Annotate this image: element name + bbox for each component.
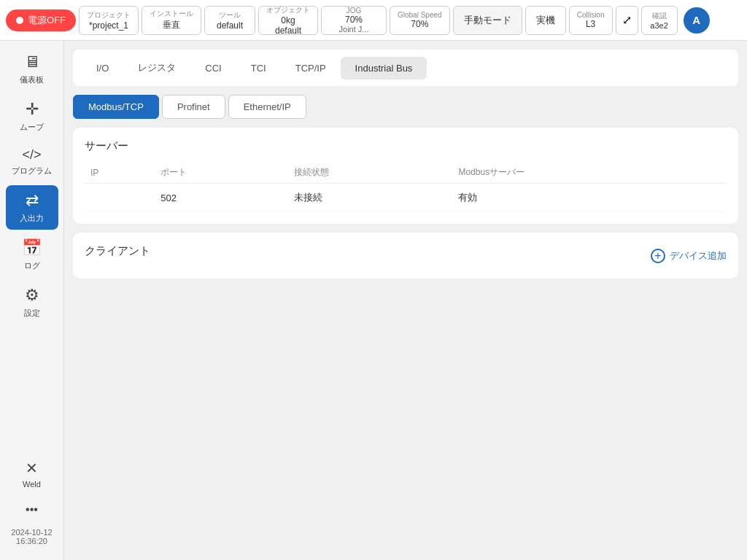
- power-button[interactable]: 電源OFF: [6, 9, 76, 31]
- sidebar-label-settings: 設定: [24, 308, 40, 319]
- project-item[interactable]: プロジェクト *project_1: [79, 6, 139, 35]
- project-label: プロジェクト: [87, 10, 131, 20]
- cell-ip: [85, 184, 155, 212]
- power-indicator: [16, 17, 23, 24]
- global-speed-label: Global Speed: [398, 11, 442, 19]
- tool-value: default: [217, 20, 243, 31]
- tab-io[interactable]: I/O: [82, 57, 123, 79]
- manual-mode-label: 手動モード: [464, 15, 511, 26]
- install-label: インストール: [150, 9, 193, 19]
- avatar-text: A: [692, 14, 700, 26]
- sidebar-label-dashboard: 儀表板: [20, 74, 44, 85]
- sidebar-label-io: 入出力: [20, 213, 44, 224]
- topbar: 電源OFF プロジェクト *project_1 インストール 垂直 ツール de…: [0, 0, 747, 41]
- sidebar-label-log: ログ: [24, 260, 40, 271]
- add-device-button[interactable]: + デバイス追加: [651, 249, 727, 263]
- io-icon: ⇄: [26, 191, 39, 210]
- sidebar-bottom: ✕ Weld ••• 2024-10-1216:36:20: [6, 454, 58, 554]
- sidebar-item-log[interactable]: 📅 ログ: [6, 233, 58, 277]
- plus-circle-icon: +: [651, 249, 665, 263]
- collision-item[interactable]: Collision L3: [569, 6, 613, 35]
- col-modbus-server: Modbusサーバー: [452, 162, 727, 184]
- tabs-row: I/O レジスタ CCI TCI TCP/IP Industrial Bus: [73, 50, 738, 86]
- tool-item[interactable]: ツール default: [204, 6, 255, 35]
- dashboard-icon: 🖥: [24, 52, 40, 71]
- avatar[interactable]: A: [684, 7, 710, 34]
- subtab-ethernet-ip[interactable]: Ethernet/IP: [228, 95, 306, 119]
- subtab-profinet[interactable]: Profinet: [162, 95, 225, 119]
- jog-label: JOG: [347, 7, 362, 15]
- sidebar-item-more[interactable]: •••: [6, 497, 58, 522]
- collision-label: Collision: [577, 11, 605, 19]
- tab-industrial-bus[interactable]: Industrial Bus: [341, 57, 427, 79]
- object-value2: default: [275, 26, 301, 36]
- jog-value: 70%: [345, 15, 363, 25]
- cell-port: 502: [155, 184, 288, 212]
- tab-tci[interactable]: TCI: [236, 57, 281, 79]
- col-port: ポート: [155, 162, 288, 184]
- cell-modbus-server: 有効: [452, 184, 727, 212]
- sidebar-label-move: ムーブ: [20, 122, 44, 133]
- settings-icon: ⚙: [25, 286, 39, 305]
- install-value: 垂直: [163, 19, 180, 31]
- table-row: 502 未接続 有効: [85, 184, 727, 212]
- sidebar-item-settings[interactable]: ⚙ 設定: [6, 280, 58, 324]
- main-layout: 🖥 儀表板 ✛ ムーブ </> プログラム ⇄ 入出力 📅 ログ ⚙ 設定 ✕ …: [0, 41, 747, 560]
- object-value: 0kg: [281, 15, 295, 26]
- client-title: クライアント: [85, 244, 150, 258]
- global-speed-value: 70%: [411, 19, 428, 29]
- tool-label: ツール: [219, 10, 241, 20]
- program-icon: </>: [22, 147, 41, 163]
- collision-value: L3: [586, 19, 595, 29]
- machine-label: 実機: [536, 15, 555, 26]
- log-icon: 📅: [22, 238, 42, 257]
- client-section: クライアント + デバイス追加: [73, 233, 738, 279]
- client-header: クライアント + デバイス追加: [85, 244, 727, 267]
- confirm-item[interactable]: 確認 a3e2: [641, 6, 678, 35]
- sidebar-item-move[interactable]: ✛ ムーブ: [6, 94, 58, 139]
- sidebar-label-weld: Weld: [23, 480, 41, 489]
- sidebar-item-dashboard[interactable]: 🖥 儀表板: [6, 47, 58, 91]
- col-ip: IP: [85, 162, 155, 184]
- sidebar: 🖥 儀表板 ✛ ムーブ </> プログラム ⇄ 入出力 📅 ログ ⚙ 設定 ✕ …: [0, 41, 64, 560]
- sidebar-label-program: プログラム: [12, 166, 52, 176]
- global-speed-item[interactable]: Global Speed 70%: [390, 6, 450, 35]
- jog-value2: Joint J...: [339, 25, 369, 34]
- weld-icon: ✕: [26, 459, 38, 477]
- jog-item[interactable]: JOG 70% Joint J...: [321, 6, 387, 35]
- project-value: *project_1: [89, 20, 128, 31]
- sidebar-item-io[interactable]: ⇄ 入出力: [6, 185, 58, 230]
- sidebar-item-weld[interactable]: ✕ Weld: [6, 454, 58, 494]
- more-icon: •••: [26, 503, 38, 516]
- tab-register[interactable]: レジスタ: [123, 55, 190, 80]
- server-table: IP ポート 接続状態 Modbusサーバー 502 未接続 有効: [85, 162, 727, 212]
- sidebar-item-program[interactable]: </> プログラム: [6, 141, 58, 182]
- power-label: 電源OFF: [28, 14, 66, 27]
- server-title: サーバー: [85, 139, 727, 153]
- object-item[interactable]: オブジェクト 0kg default: [258, 6, 318, 35]
- move-icon: ✛: [26, 100, 39, 119]
- expand-button[interactable]: ⤢: [616, 6, 638, 35]
- subtabs-row: Modbus/TCP Profinet Ethernet/IP: [73, 95, 738, 119]
- tab-cci[interactable]: CCI: [190, 57, 236, 79]
- confirm-label: 確認: [652, 11, 667, 21]
- expand-icon: ⤢: [622, 14, 632, 26]
- object-label: オブジェクト: [266, 5, 310, 15]
- install-item[interactable]: インストール 垂直: [142, 6, 201, 35]
- server-section: サーバー IP ポート 接続状態 Modbusサーバー 502 未接続: [73, 128, 738, 224]
- datetime: 2024-10-1216:36:20: [8, 525, 55, 548]
- subtab-modbus-tcp[interactable]: Modbus/TCP: [73, 95, 159, 119]
- tab-tcpip[interactable]: TCP/IP: [281, 57, 341, 79]
- manual-mode-button[interactable]: 手動モード: [453, 6, 522, 35]
- add-device-label: デバイス追加: [670, 249, 727, 262]
- confirm-value: a3e2: [650, 21, 667, 30]
- col-connection: 接続状態: [288, 162, 452, 184]
- machine-button[interactable]: 実機: [525, 6, 566, 35]
- cell-connection: 未接続: [288, 184, 452, 212]
- content-area: I/O レジスタ CCI TCI TCP/IP Industrial Bus M…: [64, 41, 747, 560]
